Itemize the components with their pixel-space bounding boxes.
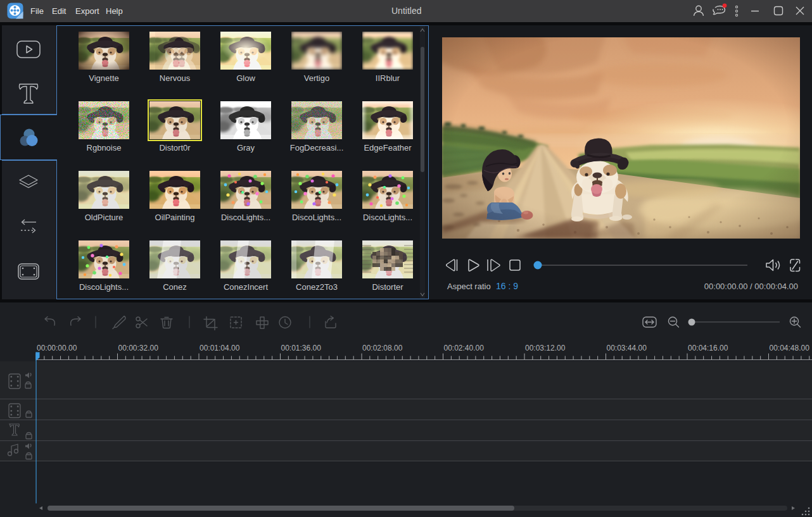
svg-text:00:00:00.00: 00:00:00.00	[37, 344, 77, 352]
svg-text:00:03:44.00: 00:03:44.00	[607, 344, 647, 352]
svg-text:00:01:36.00: 00:01:36.00	[281, 344, 322, 352]
svg-text:00:02:08.00: 00:02:08.00	[362, 344, 403, 352]
svg-text:00:00:32.00: 00:00:32.00	[118, 344, 159, 352]
svg-text:00:01:04.00: 00:01:04.00	[200, 344, 240, 352]
svg-text:00:04:48.00: 00:04:48.00	[770, 344, 810, 352]
svg-text:00:04:16.00: 00:04:16.00	[688, 344, 728, 352]
svg-text:00:02:40.00: 00:02:40.00	[444, 344, 485, 352]
svg-text:00:03:12.00: 00:03:12.00	[525, 344, 566, 352]
